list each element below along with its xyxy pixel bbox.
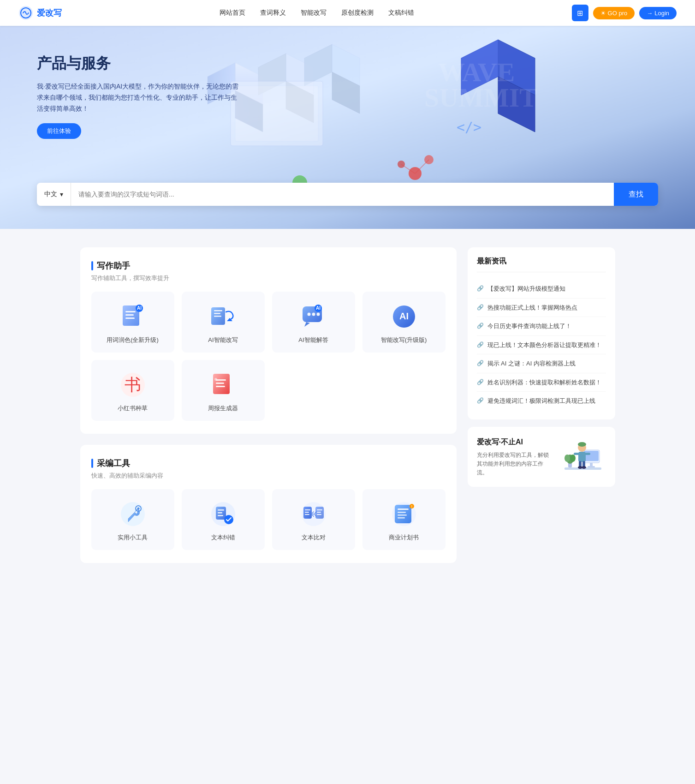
tool-ai-rewrite[interactable]: AI智能改写	[182, 292, 265, 353]
svg-rect-52	[216, 383, 224, 384]
sun-icon: ☀	[600, 10, 606, 17]
news-item-1[interactable]: 🔗 热搜功能正式上线！掌握网络热点	[477, 299, 606, 317]
tool-word-polish-label: 用词润色(全新升级)	[107, 336, 159, 344]
tool-ai-answer[interactable]: AI AI智能解答	[272, 292, 355, 353]
svg-point-91	[578, 442, 586, 447]
svg-rect-70	[317, 509, 322, 510]
nav-rewrite[interactable]: 智能改写	[301, 9, 327, 17]
logo-icon	[18, 6, 33, 20]
search-button[interactable]: 查找	[614, 183, 658, 206]
nav-dict[interactable]: 查词释义	[260, 9, 286, 17]
search-lang-text: 中文	[44, 190, 57, 198]
tool-ai-rewrite-label: AI智能改写	[208, 336, 238, 344]
search-lang-selector[interactable]: 中文 ▾	[37, 183, 71, 206]
news-item-2[interactable]: 🔗 今日历史事件查询功能上线了！	[477, 317, 606, 336]
smart-rewrite-pro-icon: AI	[390, 303, 418, 330]
writing-section: 写作助手 写作辅助工具，撰写效率提升	[80, 247, 457, 434]
svg-rect-61	[218, 512, 222, 514]
main-content: 写作助手 写作辅助工具，撰写效率提升	[71, 229, 624, 592]
svg-rect-28	[125, 311, 136, 312]
svg-point-42	[316, 313, 320, 316]
tool-ai-answer-label: AI智能解答	[298, 336, 328, 344]
promo-desc: 充分利用爱改写的工具，解锁其功能并利用您的内容工作流。	[477, 451, 551, 478]
news-text-4: 揭示 AI 之谜：AI 内容检测器上线	[487, 359, 576, 368]
tool-word-polish[interactable]: AI 用词润色(全新升级)	[91, 292, 174, 353]
tool-xiaohongshu-label: 小红书种草	[118, 404, 148, 413]
promo-illustration	[560, 436, 606, 478]
writing-section-desc: 写作辅助工具，撰写效率提升	[91, 274, 446, 282]
news-panel: 最新资讯 🔗 【爱改写】网站升级模型通知 🔗 热搜功能正式上线！掌握网络热点 🔗…	[468, 247, 615, 419]
promo-content: 爱改写·不止AI 充分利用爱改写的工具，解锁其功能并利用您的内容工作流。	[477, 436, 606, 478]
link-icon-5: 🔗	[477, 379, 484, 385]
news-text-5: 姓名识别利器：快速提取和解析姓名数据！	[487, 378, 601, 387]
tool-weekly-report[interactable]: 周报生成器	[182, 360, 265, 421]
practical-tools-icon	[119, 500, 147, 528]
news-item-4[interactable]: 🔗 揭示 AI 之谜：AI 内容检测器上线	[477, 354, 606, 373]
news-item-6[interactable]: 🔗 避免违规词汇！极限词检测工具现已上线	[477, 392, 606, 410]
tool-text-compare[interactable]: 文本比对	[272, 489, 355, 550]
left-column: 写作助手 写作辅助工具，撰写效率提升	[80, 247, 457, 574]
svg-rect-69	[305, 514, 309, 515]
tool-smart-rewrite-pro[interactable]: AI 智能改写(升级版)	[362, 292, 446, 353]
business-plan-icon: !	[390, 500, 418, 528]
news-text-2: 今日历史事件查询功能上线了！	[487, 322, 571, 331]
tools-tool-grid: 实用小工具	[91, 489, 446, 550]
nav-originality[interactable]: 原创度检测	[341, 9, 374, 17]
news-item-0[interactable]: 🔗 【爱改写】网站升级模型通知	[477, 280, 606, 299]
text-correct-icon	[209, 500, 237, 528]
tool-practical[interactable]: 实用小工具	[91, 489, 174, 550]
writing-tool-grid: AI 用词润色(全新升级)	[91, 292, 446, 421]
main-nav: 网站首页 查词释义 智能改写 原创度检测 文稿纠错	[220, 9, 414, 17]
right-column: 最新资讯 🔗 【爱改写】网站升级模型通知 🔗 热搜功能正式上线！掌握网络热点 🔗…	[468, 247, 615, 574]
grid-icon: ⊞	[577, 9, 583, 18]
text-compare-icon	[300, 500, 327, 528]
nav-proofread[interactable]: 文稿纠错	[388, 9, 414, 17]
ai-rewrite-icon	[209, 303, 237, 330]
svg-rect-93	[574, 453, 579, 455]
svg-text:AI: AI	[399, 311, 409, 321]
hero-desc: 我·爱改写已经全面接入国内AI大模型，作为你的智能伙伴，无论您的需求来自哪个领域…	[37, 81, 240, 114]
svg-point-88	[564, 455, 570, 462]
svg-rect-30	[125, 317, 135, 319]
svg-rect-35	[214, 313, 220, 314]
svg-rect-51	[216, 379, 226, 381]
tool-text-compare-label: 文本比对	[302, 533, 326, 542]
svg-point-41	[312, 313, 315, 316]
svg-marker-39	[304, 322, 310, 327]
word-polish-icon: AI	[119, 303, 147, 330]
news-text-1: 热搜功能正式上线！掌握网络热点	[487, 303, 577, 312]
tool-xiaohongshu[interactable]: 书 小红书种草	[91, 360, 174, 421]
nav-home[interactable]: 网站首页	[220, 9, 245, 17]
go-pro-button[interactable]: ☀ GO pro	[593, 7, 635, 19]
svg-rect-84	[590, 463, 593, 467]
login-icon: →	[647, 10, 653, 17]
promo-text: 爱改写·不止AI 充分利用爱改写的工具，解锁其功能并利用您的内容工作流。	[477, 437, 551, 478]
promo-figure	[560, 436, 606, 478]
news-item-3[interactable]: 🔗 现已上线！文本颜色分析器让提取更精准！	[477, 336, 606, 355]
grid-button[interactable]: ⊞	[572, 5, 588, 21]
logo[interactable]: 爱改写	[18, 6, 62, 20]
svg-rect-92	[578, 452, 586, 462]
hero-banner: WAVE SUMMIT </> 产品与服务 我·爱改写已经全面接入国内AI大模型…	[0, 26, 695, 229]
promo-panel: 爱改写·不止AI 充分利用爱改写的工具，解锁其功能并利用您的内容工作流。	[468, 427, 615, 487]
tools-section-header: 采编工具	[91, 458, 446, 469]
tools-section: 采编工具 快速、高效的辅助采编内容	[80, 445, 457, 563]
experience-button[interactable]: 前往体验	[37, 123, 81, 139]
news-item-5[interactable]: 🔗 姓名识别利器：快速提取和解析姓名数据！	[477, 373, 606, 392]
xiaohongshu-icon: 书	[119, 371, 147, 399]
svg-point-57	[137, 508, 139, 510]
svg-rect-77	[398, 515, 407, 516]
search-input[interactable]	[71, 183, 614, 206]
svg-rect-34	[214, 310, 222, 311]
tools-section-accent	[91, 459, 93, 468]
svg-rect-94	[585, 453, 590, 455]
svg-rect-36	[214, 316, 221, 317]
tool-text-correct[interactable]: 文本纠错	[182, 489, 265, 550]
svg-text:书: 书	[125, 375, 141, 394]
tool-business-plan[interactable]: ! 商业计划书	[362, 489, 446, 550]
svg-rect-62	[218, 515, 223, 516]
login-button[interactable]: → Login	[639, 7, 677, 19]
tool-smart-rewrite-pro-label: 智能改写(升级版)	[381, 336, 427, 344]
svg-rect-74	[395, 505, 411, 523]
svg-rect-83	[584, 451, 599, 461]
